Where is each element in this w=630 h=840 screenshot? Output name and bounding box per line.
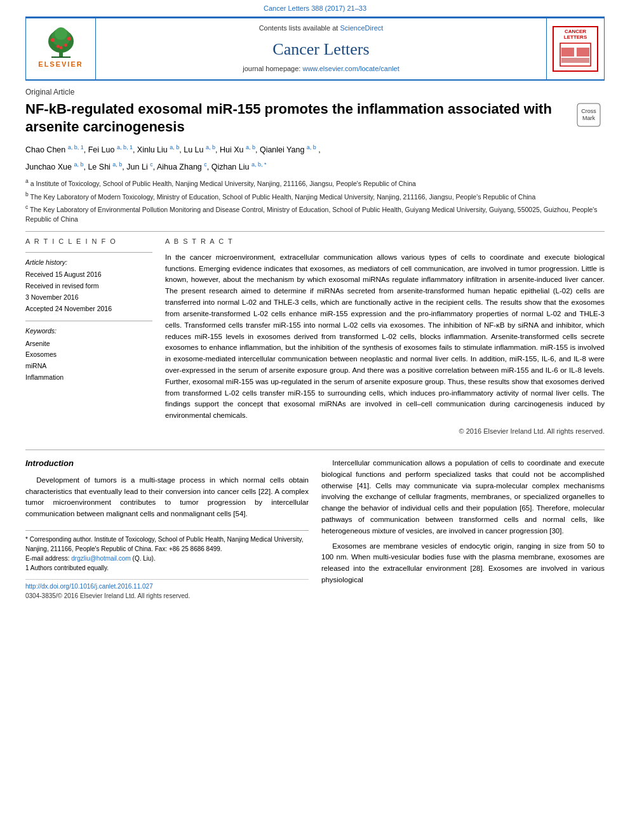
affiliations: a a Institute of Toxicology, School of P… (25, 177, 605, 225)
journal-header: ELSEVIER Contents lists available at Sci… (25, 18, 605, 79)
issn-line: 0304-3835/© 2016 Elsevier Ireland Ltd. A… (25, 592, 309, 601)
body-right-col: Intercellular communication allows a pop… (321, 458, 605, 601)
accepted-date: Accepted 24 November 2016 (25, 303, 152, 315)
abstract-text: In the cancer microenvironment, extracel… (165, 252, 605, 422)
article-title: NF-kB-regulated exosomal miR-155 promote… (25, 100, 573, 137)
svg-rect-1 (51, 57, 70, 58)
article-type: Original Article (25, 87, 605, 98)
svg-point-8 (64, 44, 67, 47)
revised-label: Received in revised form (25, 281, 152, 292)
svg-text:Mark: Mark (582, 115, 595, 121)
svg-text:Cross: Cross (581, 108, 596, 114)
svg-point-4 (55, 27, 67, 40)
header-center: Contents lists available at ScienceDirec… (96, 18, 547, 79)
svg-rect-11 (561, 48, 574, 57)
contents-text: Contents lists available at (259, 24, 338, 32)
article-body: Original Article NF-kB-regulated exosoma… (25, 81, 605, 601)
article-dates: Received 15 August 2016 Received in revi… (25, 269, 152, 314)
keywords-block: Keywords: Arsenite Exosomes miRNA Inflam… (25, 326, 152, 383)
separator (25, 231, 605, 232)
abstract-column: A B S T R A C T In the cancer microenvir… (165, 237, 605, 437)
bottom-info: http://dx.doi.org/10.1016/j.canlet.2016.… (25, 579, 309, 601)
cancer-letters-logo-box: CANCER LETTERS (547, 18, 604, 79)
keywords-label: Keywords: (25, 326, 152, 336)
intro-para1: Development of tumors is a multi-stage p… (25, 475, 309, 520)
keyword-mirna: miRNA (25, 361, 152, 372)
keyword-inflammation: Inflammation (25, 372, 152, 383)
elsevier-logo-box: ELSEVIER (26, 18, 96, 79)
svg-rect-12 (577, 48, 589, 57)
email-label: E-mail address: (25, 555, 69, 562)
footnote-corresponding: * Corresponding author. Institute of Tox… (25, 535, 309, 554)
keyword-arsenite: Arsenite (25, 338, 152, 350)
cancer-letters-logo: CANCER LETTERS (553, 26, 598, 72)
article-history-block: Article history: Received 15 August 2016… (25, 258, 152, 315)
svg-point-6 (67, 37, 71, 41)
email-rest: (Q. Liu). (133, 555, 156, 562)
article-info-column: A R T I C L E I N F O Article history: R… (25, 237, 152, 437)
crossmark-icon[interactable]: Cross Mark (577, 103, 601, 127)
cl-logo-icon (560, 43, 591, 67)
affiliation-a: a a Institute of Toxicology, School of P… (25, 177, 605, 189)
homepage-text: journal homepage: (243, 65, 300, 72)
svg-point-9 (59, 46, 62, 50)
doi-link[interactable]: http://dx.doi.org/10.1016/j.canlet.2016.… (25, 583, 153, 590)
svg-rect-13 (561, 58, 589, 63)
right-para1: Intercellular communication allows a pop… (321, 458, 605, 537)
received-date: Received 15 August 2016 (25, 269, 152, 281)
journal-title: Cancer Letters (272, 37, 369, 62)
keywords-list: Arsenite Exosomes miRNA Inflammation (25, 338, 152, 383)
article-info-abstract-section: A R T I C L E I N F O Article history: R… (25, 237, 605, 437)
two-col-body: Introduction Development of tumors is a … (25, 458, 605, 601)
homepage-link[interactable]: www.elsevier.com/locate/canlet (302, 65, 399, 72)
article-info-separator (25, 252, 152, 253)
journal-reference: Cancer Letters 388 (2017) 21–33 (0, 0, 630, 17)
svg-point-7 (56, 45, 59, 48)
body-left-col: Introduction Development of tumors is a … (25, 458, 309, 601)
svg-point-5 (51, 38, 55, 42)
body-left-text: Development of tumors is a multi-stage p… (25, 475, 309, 520)
body-right-text: Intercellular communication allows a pop… (321, 458, 605, 586)
footnote-equal: 1 Authors contributed equally. (25, 563, 309, 573)
authors-line1: Chao Chen a, b, 1, Fei Luo a, b, 1, Xinl… (25, 143, 605, 156)
authors-line2: Junchao Xue a, b, Le Shi a, b, Jun Li c,… (25, 160, 605, 173)
elsevier-tree-icon (39, 27, 83, 58)
copyright-line: © 2016 Elsevier Ireland Ltd. All rights … (165, 427, 605, 437)
sciencedirect-link[interactable]: ScienceDirect (340, 24, 383, 32)
journal-homepage-line: journal homepage: www.elsevier.com/locat… (243, 64, 399, 74)
right-para2: Exosomes are membrane vesicles of endocy… (321, 541, 605, 586)
affiliation-c: c The Key Laboratory of Environmental Po… (25, 203, 605, 225)
abstract-header: A B S T R A C T (165, 237, 605, 247)
doi-line: http://dx.doi.org/10.1016/j.canlet.2016.… (25, 582, 309, 592)
footnote-section: * Corresponding author. Institute of Tox… (25, 530, 309, 573)
article-title-row: NF-kB-regulated exosomal miR-155 promote… (25, 100, 605, 137)
article-history-label: Article history: (25, 258, 152, 267)
affiliation-b: b The Key Laboratory of Modern Toxicolog… (25, 190, 605, 202)
keyword-exosomes: Exosomes (25, 349, 152, 361)
intro-title: Introduction (25, 458, 309, 470)
body-section: Introduction Development of tumors is a … (25, 450, 605, 601)
crossmark-box: Cross Mark (573, 100, 605, 127)
keywords-separator (25, 321, 152, 321)
author-email-link[interactable]: drgzliu@hotmail.com (71, 555, 131, 562)
contents-available-line: Contents lists available at ScienceDirec… (259, 23, 384, 34)
footnote-email: E-mail address: drgzliu@hotmail.com (Q. … (25, 554, 309, 563)
elsevier-label: ELSEVIER (38, 60, 83, 70)
article-info-header: A R T I C L E I N F O (25, 237, 152, 247)
revised-date: 3 November 2016 (25, 292, 152, 303)
